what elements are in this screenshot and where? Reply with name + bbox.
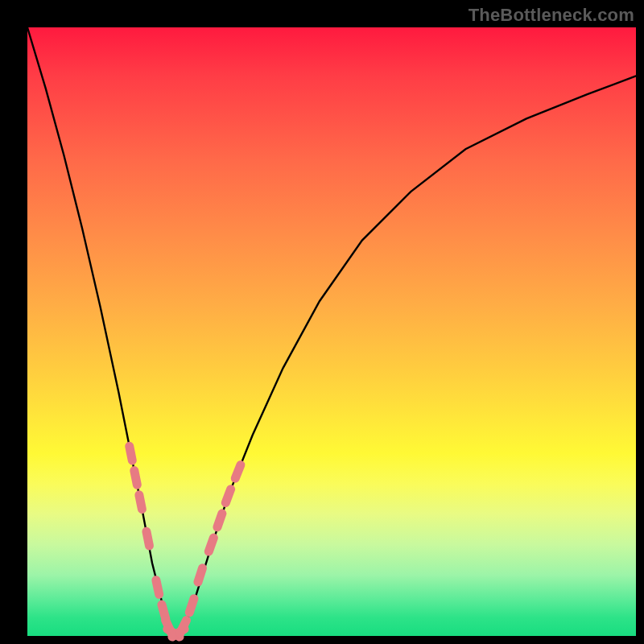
- curve-svg: [27, 27, 636, 636]
- curve-marker: [134, 471, 138, 485]
- curve-marker: [180, 621, 187, 634]
- curve-markers: [130, 446, 241, 637]
- curve-marker: [156, 580, 159, 595]
- outer-frame: TheBottleneck.com: [0, 0, 644, 644]
- curve-marker: [225, 489, 230, 503]
- curve-marker: [189, 599, 194, 613]
- curve-marker: [217, 514, 222, 527]
- curve-marker: [130, 446, 133, 460]
- curve-marker: [139, 495, 142, 510]
- plot-area: [27, 27, 636, 636]
- curve-marker: [198, 568, 202, 582]
- watermark-text: TheBottleneck.com: [469, 5, 634, 26]
- bottleneck-curve: [27, 27, 636, 633]
- curve-marker: [208, 538, 213, 551]
- curve-marker: [235, 465, 241, 479]
- curve-marker: [147, 531, 150, 546]
